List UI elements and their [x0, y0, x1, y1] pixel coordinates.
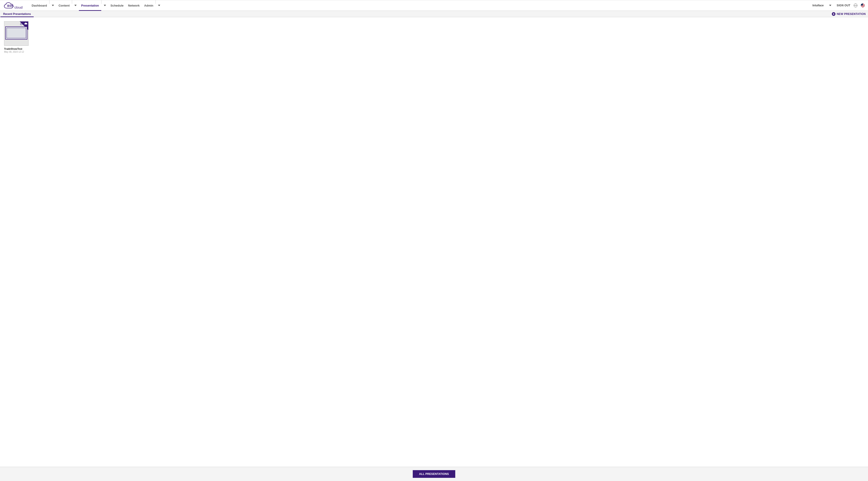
bsn-cloud-logo-icon: BSN. cloud: [2, 1, 25, 10]
nav-item-schedule: Schedule: [108, 0, 126, 11]
chevron-down-icon: [104, 5, 106, 6]
nav-dropdown-dashboard[interactable]: [50, 0, 56, 11]
svg-rect-2: [20, 24, 22, 25]
nav-item-network: Network: [126, 0, 142, 11]
nav-active-indicator: [79, 10, 101, 11]
thumbnail-preview: [5, 27, 27, 39]
nav-dropdown-content[interactable]: [72, 0, 79, 11]
main-header: BSN. cloud DashboardContentPresentationS…: [0, 0, 868, 11]
nav-item-dashboard: Dashboard: [29, 0, 49, 11]
presentation-title: TradeShowTest: [4, 47, 29, 50]
main-nav: DashboardContentPresentationScheduleNetw…: [29, 0, 162, 11]
subtab-recent-presentations[interactable]: Recent Presentations: [2, 11, 32, 17]
user-name[interactable]: Intuiface: [812, 4, 824, 7]
all-presentations-button[interactable]: ALL PRESENTATIONS: [413, 470, 455, 478]
sub-header: Recent Presentations NEW PRESENTATION: [0, 11, 868, 17]
chevron-down-icon: [158, 5, 160, 6]
svg-text:BSN.: BSN.: [7, 4, 14, 7]
chevron-down-icon: [74, 5, 76, 6]
globe-icon[interactable]: [854, 3, 858, 7]
chevron-down-icon: [829, 5, 831, 6]
nav-item-content: Content: [56, 0, 72, 11]
presentation-date: May 30, 2023 12:12: [4, 51, 29, 53]
presentation-thumbnail[interactable]: [4, 21, 29, 46]
nav-link-content[interactable]: Content: [56, 0, 72, 11]
nav-link-dashboard[interactable]: Dashboard: [29, 0, 49, 11]
footer-bar: ALL PRESENTATIONS: [0, 467, 868, 481]
nav-item-presentation: Presentation: [79, 0, 101, 11]
subtab-active-indicator: [0, 17, 34, 17]
new-presentation-button[interactable]: NEW PRESENTATION: [832, 12, 866, 16]
nav-dropdown-presentation[interactable]: [101, 0, 108, 11]
main-content: TradeShowTestMay 30, 2023 12:12: [0, 17, 868, 467]
header-right: Intuiface SIGN OUT: [812, 0, 868, 11]
nav-link-schedule[interactable]: Schedule: [108, 0, 126, 11]
cloud-icon: [24, 22, 28, 25]
nav-link-admin[interactable]: Admin: [142, 0, 156, 11]
user-menu-caret[interactable]: [827, 5, 834, 6]
chevron-down-icon: [52, 5, 54, 6]
brand-logo[interactable]: BSN. cloud: [0, 0, 29, 11]
nav-item-admin: Admin: [142, 0, 156, 11]
subtab-label: Recent Presentations: [3, 12, 31, 15]
signout-link[interactable]: SIGN OUT: [837, 4, 850, 7]
nav-link-network[interactable]: Network: [126, 0, 142, 11]
presentation-grid: TradeShowTestMay 30, 2023 12:12: [4, 21, 864, 53]
plus-circle-icon: [832, 12, 835, 16]
us-flag-icon[interactable]: [861, 3, 865, 7]
nav-dropdown-admin[interactable]: [156, 0, 162, 11]
lock-icon: [20, 22, 22, 25]
presentation-card: TradeShowTestMay 30, 2023 12:12: [4, 21, 29, 53]
new-presentation-label: NEW PRESENTATION: [837, 12, 866, 15]
nav-link-presentation[interactable]: Presentation: [79, 0, 101, 11]
svg-text:cloud: cloud: [14, 5, 23, 9]
